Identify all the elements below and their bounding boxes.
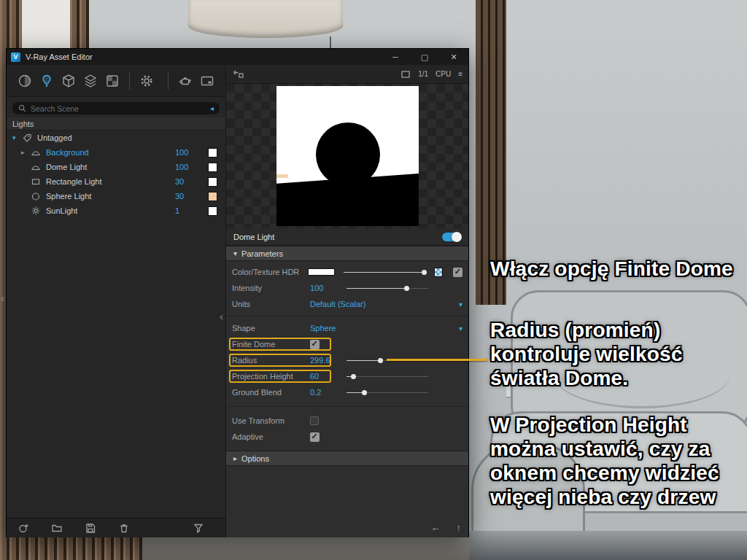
titlebar[interactable]: V V-Ray Asset Editor ─ ▢ ✕	[7, 49, 468, 65]
list-item-sunlight[interactable]: SunLight 1	[7, 203, 225, 218]
purge-unused-icon[interactable]	[192, 521, 205, 534]
tutorial-pointer-line	[387, 359, 487, 361]
lights-icon[interactable]	[36, 70, 58, 92]
use-transform-checkbox[interactable]	[310, 416, 319, 425]
minimize-button[interactable]: ─	[381, 49, 410, 65]
param-label: Finite Dome	[232, 340, 310, 349]
menu-icon[interactable]: ≡	[458, 70, 462, 78]
light-color-swatch[interactable]	[209, 163, 217, 171]
units-value[interactable]: Default (Scalar)	[310, 300, 365, 308]
chevron-down-icon[interactable]: ▾	[459, 300, 462, 308]
parameters-section-header[interactable]: ▾ Parameters	[226, 246, 468, 261]
chevron-down-icon[interactable]: ▾	[12, 134, 21, 141]
row-shape: Shape Sphere ▾	[226, 320, 468, 336]
light-color-swatch[interactable]	[209, 207, 217, 215]
projection-height-value[interactable]: 60	[310, 372, 344, 381]
preview-dome-silhouette	[316, 122, 380, 187]
panel-collapse-icon[interactable]: ‹	[220, 311, 223, 322]
chevron-right-icon: ▸	[233, 454, 237, 462]
hdr-slider[interactable]	[344, 268, 423, 277]
projection-height-slider[interactable]	[347, 372, 428, 381]
asset-properties-panel: 1/1 CPU ≡ Dome Light ▾	[226, 65, 468, 537]
close-button[interactable]: ✕	[439, 49, 468, 65]
toolbar-separator	[168, 72, 169, 90]
save-icon[interactable]	[84, 521, 97, 534]
chevron-down-icon: ▾	[233, 249, 237, 257]
engine-selector[interactable]: CPU	[436, 70, 451, 78]
open-folder-icon[interactable]	[50, 521, 63, 534]
list-item-background[interactable]: ▸ Background 100	[7, 145, 225, 160]
param-label: Color/Texture HDR	[232, 268, 308, 276]
preview-horizon-glow	[276, 174, 288, 178]
list-item-dome-light[interactable]: Dome Light 100	[7, 160, 225, 174]
settings-icon[interactable]	[136, 70, 158, 92]
tree-group-untagged[interactable]: ▾ Untagged	[7, 131, 225, 145]
intensity-slider[interactable]	[347, 284, 428, 293]
light-value[interactable]: 30	[175, 192, 209, 201]
hdr-color-swatch[interactable]	[308, 268, 335, 276]
light-color-swatch[interactable]	[209, 178, 217, 186]
back-arrow-icon[interactable]: ←	[431, 522, 441, 533]
options-section-header[interactable]: ▸ Options	[226, 451, 468, 466]
vray-asset-editor-window: V V-Ray Asset Editor ─ ▢ ✕	[6, 48, 469, 537]
light-name: Dome Light	[46, 163, 87, 171]
finite-dome-checkbox[interactable]	[310, 340, 320, 349]
light-value[interactable]: 30	[175, 177, 209, 186]
chevron-right-icon[interactable]: ▸	[21, 149, 30, 156]
shape-value[interactable]: Sphere	[310, 324, 336, 332]
param-label: Ground Blend	[232, 388, 310, 397]
frame-buffer-icon[interactable]	[196, 70, 218, 92]
list-item-sphere-light[interactable]: Sphere Light 30	[7, 189, 225, 203]
preview-slot-icon[interactable]	[400, 70, 411, 79]
viewport-collapse-icon[interactable]: ‹	[1, 293, 4, 303]
search-filter-icon[interactable]: ◂	[210, 104, 214, 112]
materials-icon[interactable]	[14, 70, 36, 92]
ground-blend-slider[interactable]	[347, 388, 428, 397]
delete-icon[interactable]	[117, 521, 131, 534]
search-icon	[18, 104, 26, 112]
row-finite-dome: Finite Dome	[226, 336, 468, 352]
light-value[interactable]: 100	[175, 163, 209, 171]
chevron-down-icon[interactable]: ▾	[459, 324, 462, 332]
light-color-swatch[interactable]	[209, 192, 217, 201]
ground-blend-value[interactable]: 0.2	[310, 388, 344, 397]
asset-category-toolbar	[7, 65, 225, 97]
row-ground-blend: Ground Blend 0.2	[226, 384, 468, 400]
search-box[interactable]: ◂	[12, 102, 220, 114]
textures-icon[interactable]	[101, 70, 123, 92]
row-projection-height: Projection Height 60	[226, 368, 468, 384]
adaptive-checkbox[interactable]	[310, 432, 320, 442]
render-elements-icon[interactable]	[80, 70, 101, 92]
light-color-swatch[interactable]	[209, 149, 217, 157]
tag-icon	[21, 133, 33, 143]
preview-toolbar: 1/1 CPU ≡	[226, 65, 468, 84]
follow-selection-icon[interactable]	[232, 69, 244, 79]
search-input[interactable]	[31, 104, 210, 113]
list-item-rectangle-light[interactable]: Rectangle Light 30	[7, 174, 225, 189]
row-color-texture-hdr: Color/Texture HDR	[226, 264, 468, 280]
lights-section-label: Lights	[7, 117, 225, 131]
hdr-enabled-checkbox[interactable]	[453, 268, 462, 277]
asset-list-panel: ◂ Lights ▾ Untagged ▸	[7, 65, 226, 537]
light-value[interactable]: 1	[175, 206, 209, 215]
create-asset-icon[interactable]	[17, 521, 30, 534]
light-value[interactable]: 100	[175, 148, 209, 157]
radius-value[interactable]: 299.6	[310, 356, 344, 365]
up-arrow-icon[interactable]: ↑	[457, 522, 462, 533]
maximize-button[interactable]: ▢	[410, 49, 439, 65]
geometry-icon[interactable]	[58, 70, 80, 92]
param-label: Units	[232, 300, 310, 308]
light-name: Sphere Light	[46, 192, 91, 201]
light-enabled-toggle[interactable]	[442, 233, 461, 241]
divider	[226, 316, 468, 316]
vray-logo-icon: V	[11, 52, 20, 62]
hdr-texture-slot-icon[interactable]	[434, 268, 444, 277]
frame-counter[interactable]: 1/1	[418, 70, 428, 78]
render-teapot-icon[interactable]	[174, 70, 196, 92]
param-label: Use Transform	[232, 416, 310, 425]
row-units: Units Default (Scalar) ▾	[226, 296, 468, 312]
intensity-value[interactable]: 100	[310, 284, 344, 292]
parameters-section-label: Parameters	[241, 249, 283, 258]
row-adaptive: Adaptive	[226, 429, 468, 445]
dome-light-icon	[30, 147, 42, 158]
